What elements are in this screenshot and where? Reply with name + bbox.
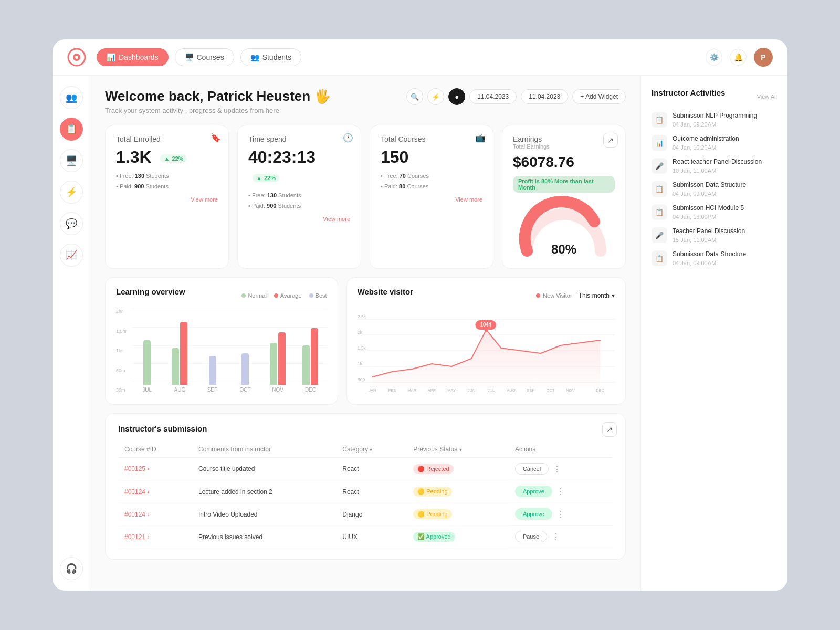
y-axis: 2hr 1.5hr 1hr 60m 30m <box>116 309 127 393</box>
action-button[interactable]: Approve <box>515 486 552 497</box>
bar-dec-normal <box>302 345 310 385</box>
view-all-button[interactable]: View All <box>757 93 777 100</box>
activity-time: 04 Jan, 09:20AM <box>673 121 757 128</box>
bar-aug-avg <box>180 322 187 385</box>
learning-overview-card: Learning overview Normal Avarage Best <box>105 277 338 405</box>
enrolled-value: 1.3K ▲ 22% <box>116 148 218 167</box>
action-button[interactable]: Pause <box>515 531 547 542</box>
header-actions: 🔍 ⚡ ● 11.04.2023 11.04.2023 + Add Widget <box>406 88 626 105</box>
cell-id[interactable]: #00124 › <box>118 480 192 503</box>
cell-id[interactable]: #00125 › <box>118 458 192 481</box>
list-item: 📋 Submisson Data Structure 04 Jan, 09:00… <box>652 250 777 266</box>
month-selector[interactable]: This month ▾ <box>579 292 615 299</box>
filter-button[interactable]: ⚡ <box>427 88 444 105</box>
settings-icon: ⚙️ <box>710 53 719 61</box>
earnings-arrow[interactable]: ↗ <box>603 133 618 148</box>
right-panel: Instructor Activities View All 📋 Submiss… <box>640 76 788 591</box>
view-more-courses[interactable]: View more <box>455 196 482 203</box>
list-item: 📋 Submisson NLP Programming 04 Jan, 09:2… <box>652 112 777 128</box>
nav-dashboards[interactable]: 📊 Dashboards <box>97 48 169 66</box>
sidebar-item-support[interactable]: 🎧 <box>60 557 83 580</box>
add-widget-button[interactable]: + Add Widget <box>572 89 626 104</box>
svg-text:MAR: MAR <box>407 388 416 393</box>
activity-time: 04 Jan, 10:20AM <box>673 144 739 151</box>
bar-nov-avg <box>278 332 286 385</box>
time-value: 40:23:13 ▲ 22% <box>248 148 350 186</box>
col-actions: Actions <box>509 442 613 458</box>
list-item: 📋 Submisson Data Structure 04 Jan, 09:00… <box>652 181 777 197</box>
settings-button[interactable]: ⚙️ <box>706 49 722 66</box>
sidebar-item-courses[interactable]: 🖥️ <box>60 149 83 172</box>
page-subtitle: Track your system activity , progress & … <box>105 107 331 114</box>
activity-icon: 🎤 <box>652 227 667 243</box>
activity-title: Submisson Data Structure <box>673 250 746 259</box>
activity-time: 04 Jan, 09:00AM <box>673 191 746 197</box>
chevron-down-icon: ▾ <box>612 292 615 299</box>
svg-point-2 <box>75 56 78 59</box>
submission-arrow[interactable]: ↗ <box>602 422 617 437</box>
bar-sep-best <box>209 356 216 385</box>
earnings-gauge: 80% <box>513 201 615 259</box>
more-options-button[interactable]: ⋮ <box>553 464 561 474</box>
content-area: Welcome back, Patrick Heusten 🖐 Track yo… <box>90 76 640 591</box>
visitor-dot <box>536 293 540 298</box>
activity-icon: 📊 <box>652 135 667 151</box>
stat-time-spend: 🕐 Time spend 40:23:13 ▲ 22% • Free: 130 … <box>237 125 361 269</box>
active-date-button[interactable]: ● <box>448 88 465 105</box>
sidebar-item-users[interactable]: 👥 <box>60 86 83 109</box>
svg-text:1044: 1044 <box>480 322 491 328</box>
activity-icon: 📋 <box>652 250 667 266</box>
top-nav: 📊 Dashboards 🖥️ Courses 👥 Students ⚙️ 🔔 … <box>52 39 788 76</box>
more-options-button[interactable]: ⋮ <box>556 509 565 519</box>
svg-text:500: 500 <box>358 377 365 382</box>
bar-aug-normal <box>172 348 179 385</box>
action-button[interactable]: Approve <box>515 508 552 520</box>
activity-title: React teacher Panel Discussion <box>673 158 762 166</box>
activity-icon: 📋 <box>652 204 667 220</box>
sidebar-item-analytics[interactable]: ⚡ <box>60 181 83 204</box>
date-pill-2[interactable]: 11.04.2023 <box>521 89 568 104</box>
sidebar-item-dashboard[interactable]: 📋 <box>60 118 83 141</box>
nav-students[interactable]: 👥 Students <box>240 48 301 66</box>
action-button[interactable]: Cancel <box>515 463 549 475</box>
activity-title: Teacher Panel Discussion <box>673 227 745 236</box>
nav-courses[interactable]: 🖥️ Courses <box>175 48 234 66</box>
list-item: 🎤 React teacher Panel Discussion 10 Jan,… <box>652 158 777 174</box>
bookmark-icon: 🔖 <box>211 133 221 143</box>
svg-text:AUG: AUG <box>507 388 515 393</box>
page-title: Welcome back, Patrick Heusten 🖐 <box>105 88 331 104</box>
cell-id[interactable]: #00121 › <box>118 526 192 548</box>
enrolled-badge: ▲ 22% <box>160 154 187 163</box>
page-header: Welcome back, Patrick Heusten 🖐 Track yo… <box>105 88 626 114</box>
more-options-button[interactable]: ⋮ <box>556 487 565 497</box>
notifications-button[interactable]: 🔔 <box>730 49 747 66</box>
avatar[interactable]: P <box>754 48 773 67</box>
sidebar-item-reports[interactable]: 📈 <box>60 244 83 267</box>
stat-earnings: ↗ Earnings Total Earnings $6078.76 Profi… <box>502 125 626 269</box>
search-button[interactable]: 🔍 <box>406 88 423 105</box>
visitor-chart: 2.5k 2k 1.5k 1k 500 <box>358 309 615 393</box>
activity-icon: 📋 <box>652 181 667 197</box>
activities-list: 📋 Submisson NLP Programming 04 Jan, 09:2… <box>652 112 777 266</box>
more-options-button[interactable]: ⋮ <box>551 532 560 542</box>
svg-point-3 <box>591 218 600 226</box>
svg-text:JAN: JAN <box>369 388 376 393</box>
website-visitor-card: Website visitor New Visitor This month ▾ <box>346 277 626 405</box>
activity-title: Submisson NLP Programming <box>673 112 757 120</box>
activities-title: Instructor Activities <box>652 88 725 97</box>
bar-jul-normal <box>143 340 151 385</box>
cell-status: 🟡 Pending <box>407 503 509 526</box>
view-more-enrolled[interactable]: View more <box>191 196 218 203</box>
activity-title: Submisson Data Structure <box>673 181 746 190</box>
cell-comment: Intro Video Uploaded <box>192 503 336 526</box>
svg-text:JUN: JUN <box>467 388 475 393</box>
list-item: 🎤 Teacher Panel Discussion 15 Jan, 11:00… <box>652 227 777 243</box>
chart-legend: Normal Avarage Best <box>242 292 327 299</box>
view-more-time[interactable]: View more <box>323 216 350 222</box>
logo <box>67 48 86 67</box>
sidebar-item-messages[interactable]: 💬 <box>60 212 83 235</box>
cell-action: Approve ⋮ <box>509 503 613 526</box>
cell-id[interactable]: #00124 › <box>118 503 192 526</box>
clock-icon: 🕐 <box>343 133 353 143</box>
date-pill-1[interactable]: 11.04.2023 <box>469 89 517 104</box>
